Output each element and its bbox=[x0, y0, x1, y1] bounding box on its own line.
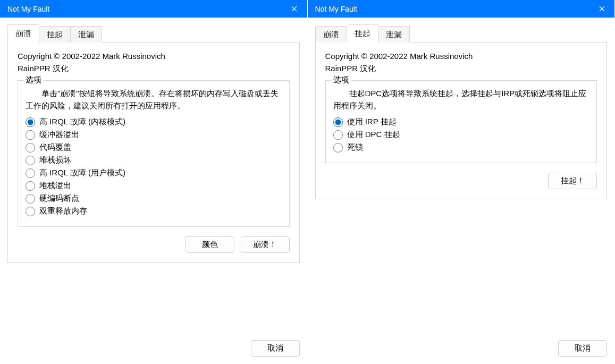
close-icon bbox=[599, 5, 605, 13]
radio-input[interactable] bbox=[333, 130, 343, 140]
tab-crash[interactable]: 崩溃 bbox=[7, 24, 39, 43]
radio-input[interactable] bbox=[26, 143, 35, 153]
translator-text: RainPPR 汉化 bbox=[325, 62, 597, 74]
tab-panel: Copyright © 2002-2022 Mark Russinovich R… bbox=[7, 42, 300, 263]
radio-label: 堆栈溢出 bbox=[39, 181, 71, 191]
tab-label: 挂起 bbox=[47, 30, 63, 39]
window-crash: Not My Fault 崩溃 挂起 泄漏 Copyright © 2002-2… bbox=[0, 0, 308, 364]
cancel-row: 取消 bbox=[558, 340, 607, 357]
radio-label: 堆栈损坏 bbox=[39, 155, 71, 165]
copyright-text: Copyright © 2002-2022 Mark Russinovich bbox=[325, 50, 597, 62]
radio-list: 使用 IRP 挂起 使用 DPC 挂起 死锁 bbox=[333, 117, 589, 153]
radio-label: 高 IRQL 故障 (用户模式) bbox=[39, 168, 125, 178]
options-group: 选项 单击"崩溃"按钮将导致系统崩溃。存在将损坏的内存写入磁盘或丢失工作的风险，… bbox=[18, 80, 290, 227]
window-hang: Not My Fault 崩溃 挂起 泄漏 Copyright © 2002-2… bbox=[308, 0, 616, 364]
radio-double-free[interactable]: 双重释放内存 bbox=[26, 206, 282, 216]
radio-label: 硬编码断点 bbox=[39, 193, 79, 204]
radio-high-irql-user[interactable]: 高 IRQL 故障 (用户模式) bbox=[26, 168, 282, 178]
radio-hang-dpc[interactable]: 使用 DPC 挂起 bbox=[333, 130, 589, 140]
translator-text: RainPPR 汉化 bbox=[18, 62, 290, 74]
radio-label: 使用 IRP 挂起 bbox=[347, 117, 397, 127]
radio-label: 高 IRQL 故障 (内核模式) bbox=[39, 117, 125, 127]
radio-stack-overflow[interactable]: 堆栈溢出 bbox=[26, 181, 282, 191]
group-legend: 选项 bbox=[23, 75, 44, 85]
tab-strip: 崩溃 挂起 泄漏 bbox=[7, 25, 300, 42]
options-group: 选项 挂起DPC选项将导致系统挂起，选择挂起与IRP或死锁选项将阻止应用程序关闭… bbox=[325, 80, 597, 164]
cancel-row: 取消 bbox=[251, 340, 300, 357]
tab-leak[interactable]: 泄漏 bbox=[71, 26, 102, 43]
radio-input[interactable] bbox=[26, 168, 35, 178]
radio-input[interactable] bbox=[26, 130, 35, 140]
close-button[interactable] bbox=[282, 0, 307, 18]
window-title: Not My Fault bbox=[315, 5, 357, 13]
crash-button[interactable]: 崩溃！ bbox=[241, 236, 290, 253]
cancel-button[interactable]: 取消 bbox=[558, 340, 607, 357]
radio-input[interactable] bbox=[26, 156, 35, 165]
cancel-button[interactable]: 取消 bbox=[251, 340, 300, 357]
copyright-text: Copyright © 2002-2022 Mark Russinovich bbox=[18, 50, 290, 62]
radio-label: 双重释放内存 bbox=[39, 206, 87, 216]
radio-list: 高 IRQL 故障 (内核模式) 缓冲器溢出 代码覆盖 堆栈损坏 高 IRQL … bbox=[26, 117, 282, 216]
tab-leak[interactable]: 泄漏 bbox=[378, 26, 410, 43]
radio-deadlock[interactable]: 死锁 bbox=[333, 142, 589, 153]
close-button[interactable] bbox=[589, 0, 614, 18]
radio-label: 代码覆盖 bbox=[39, 142, 71, 153]
tab-hang[interactable]: 挂起 bbox=[347, 24, 378, 43]
radio-label: 死锁 bbox=[347, 142, 363, 153]
tab-hang[interactable]: 挂起 bbox=[39, 26, 71, 43]
tab-crash[interactable]: 崩溃 bbox=[315, 26, 347, 43]
radio-high-irql-kernel[interactable]: 高 IRQL 故障 (内核模式) bbox=[26, 117, 282, 127]
tab-strip: 崩溃 挂起 泄漏 bbox=[315, 25, 608, 42]
body-area: 崩溃 挂起 泄漏 Copyright © 2002-2022 Mark Russ… bbox=[308, 18, 615, 364]
radio-input[interactable] bbox=[333, 117, 343, 127]
radio-label: 缓冲器溢出 bbox=[39, 130, 79, 140]
action-button-row: 颜色 崩溃！ bbox=[18, 236, 290, 253]
group-legend: 选项 bbox=[331, 75, 351, 85]
group-description: 单击"崩溃"按钮将导致系统崩溃。存在将损坏的内存写入磁盘或丢失工作的风险，建议关… bbox=[26, 87, 282, 112]
radio-code-overwrite[interactable]: 代码覆盖 bbox=[26, 142, 282, 153]
action-button-row: 挂起！ bbox=[325, 173, 597, 189]
radio-buffer-overflow[interactable]: 缓冲器溢出 bbox=[26, 130, 282, 140]
hang-button[interactable]: 挂起！ bbox=[548, 173, 597, 189]
radio-input[interactable] bbox=[26, 117, 35, 127]
group-description: 挂起DPC选项将导致系统挂起，选择挂起与IRP或死锁选项将阻止应用程序关闭。 bbox=[333, 87, 589, 112]
tab-label: 崩溃 bbox=[323, 30, 339, 39]
tab-panel: Copyright © 2002-2022 Mark Russinovich R… bbox=[315, 42, 608, 199]
tab-label: 泄漏 bbox=[386, 30, 402, 39]
tab-label: 挂起 bbox=[355, 29, 370, 38]
radio-input[interactable] bbox=[26, 207, 35, 216]
radio-label: 使用 DPC 挂起 bbox=[347, 130, 400, 140]
radio-stack-trash[interactable]: 堆栈损坏 bbox=[26, 155, 282, 165]
titlebar[interactable]: Not My Fault bbox=[308, 0, 615, 18]
window-title: Not My Fault bbox=[7, 5, 49, 13]
tab-label: 崩溃 bbox=[15, 29, 31, 38]
radio-hang-irp[interactable]: 使用 IRP 挂起 bbox=[333, 117, 589, 127]
radio-input[interactable] bbox=[26, 194, 35, 204]
tab-label: 泄漏 bbox=[78, 30, 94, 39]
titlebar[interactable]: Not My Fault bbox=[0, 0, 307, 18]
radio-input[interactable] bbox=[333, 143, 343, 153]
body-area: 崩溃 挂起 泄漏 Copyright © 2002-2022 Mark Russ… bbox=[0, 18, 307, 364]
close-icon bbox=[291, 5, 297, 13]
color-button[interactable]: 颜色 bbox=[186, 236, 234, 253]
radio-hardcoded-breakpoint[interactable]: 硬编码断点 bbox=[26, 193, 282, 204]
radio-input[interactable] bbox=[26, 181, 35, 191]
